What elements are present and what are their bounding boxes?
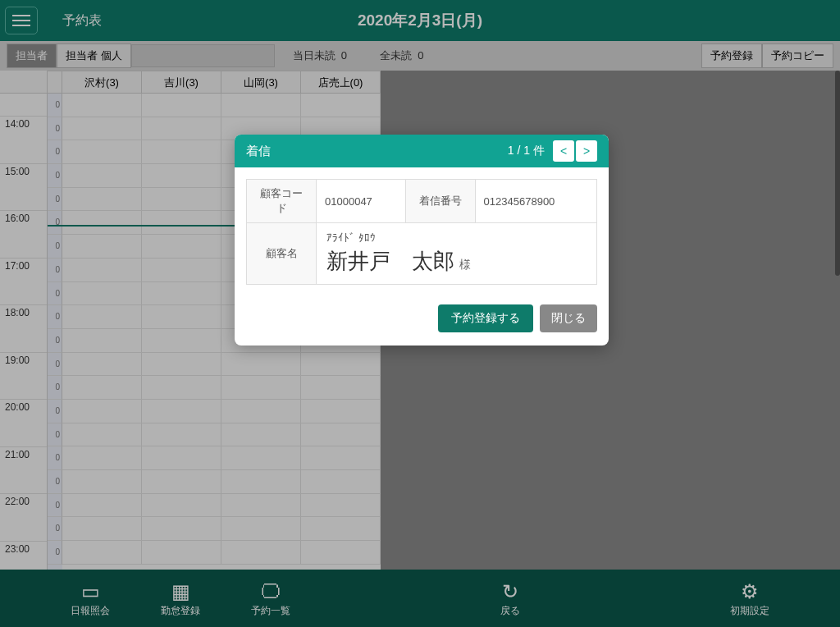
modal-footer: 予約登録する 閉じる [235, 296, 609, 346]
customer-kana: ｱﾗｲﾄﾞ ﾀﾛｳ [326, 231, 587, 244]
customer-code-label: 顧客コード [247, 180, 317, 223]
caller-number-value: 012345678900 [475, 180, 596, 223]
next-button[interactable]: > [576, 140, 597, 162]
prev-button[interactable]: < [553, 140, 574, 162]
register-reservation-button[interactable]: 予約登録する [438, 304, 533, 332]
caller-number-label: 着信番号 [405, 180, 475, 223]
customer-name-cell: ｱﾗｲﾄﾞ ﾀﾛｳ 新井戸 太郎様 [317, 223, 597, 285]
caller-info-table: 顧客コード 01000047 着信番号 012345678900 顧客名 ｱﾗｲ… [246, 179, 597, 285]
close-button[interactable]: 閉じる [540, 304, 597, 332]
customer-code-value: 01000047 [317, 180, 406, 223]
customer-name: 新井戸 太郎様 [326, 247, 587, 276]
incoming-call-modal: 着信 1 / 1 件 < > 顧客コード 01000047 着信番号 01234… [235, 135, 609, 346]
customer-name-label: 顧客名 [247, 223, 317, 285]
modal-header: 着信 1 / 1 件 < > [235, 135, 609, 167]
modal-title: 着信 [246, 144, 508, 159]
pager-text: 1 / 1 件 [508, 144, 545, 158]
